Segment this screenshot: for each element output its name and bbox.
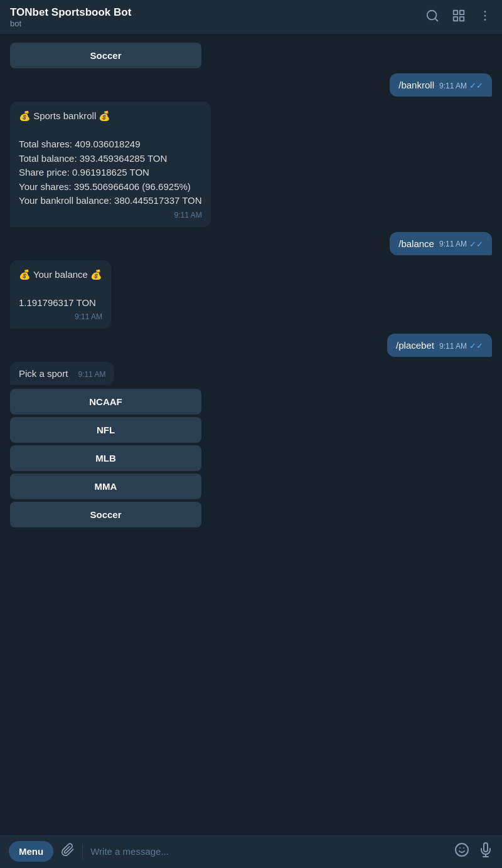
bankroll-response-time: 9:11 AM <box>19 211 202 220</box>
balance-meta: 9:11 AM ✓✓ <box>439 240 483 249</box>
ncaaf-button[interactable]: NCAAF <box>10 389 201 415</box>
pick-sport-bubble: Pick a sport 9:11 AM <box>10 362 114 385</box>
placebet-command-text: /placebet <box>396 340 434 351</box>
svg-point-9 <box>456 844 468 856</box>
balance-response-text: 💰 Your balance 💰 1.191796317 TON <box>19 268 102 310</box>
svg-rect-2 <box>454 11 457 14</box>
double-check-icon: ✓✓ <box>469 81 483 90</box>
search-icon[interactable] <box>425 9 439 26</box>
bot-name: TONbet Sportsbook Bot <box>10 6 131 19</box>
pick-sport-time: 9:11 AM <box>78 370 105 379</box>
soccer-inline-button-group: Soccer <box>10 43 201 68</box>
sport-buttons-group: NCAAF NFL MLB MMA Soccer <box>10 389 201 527</box>
menu-button[interactable]: Menu <box>9 841 53 862</box>
placebet-command-bubble: /placebet 9:11 AM ✓✓ <box>387 334 492 357</box>
chat-header: TONbet Sportsbook Bot bot <box>0 0 502 35</box>
balance-time: 9:11 AM <box>439 240 467 248</box>
bankroll-meta: 9:11 AM ✓✓ <box>439 81 483 90</box>
svg-point-8 <box>484 19 486 21</box>
input-right-icons <box>454 842 493 861</box>
svg-rect-4 <box>454 17 457 21</box>
bankroll-response-bubble: 💰 Sports bankroll 💰 Total shares: 409.03… <box>10 102 211 227</box>
more-icon[interactable] <box>478 9 492 26</box>
soccer-button[interactable]: Soccer <box>10 43 201 68</box>
nfl-button[interactable]: NFL <box>10 417 201 443</box>
placebet-time: 9:11 AM <box>439 342 467 351</box>
header-actions <box>425 9 492 26</box>
bankroll-command-bubble: /bankroll 9:11 AM ✓✓ <box>390 73 492 97</box>
input-bar: Menu <box>0 834 502 868</box>
balance-response-bubble: 💰 Your balance 💰 1.191796317 TON 9:11 AM <box>10 260 111 329</box>
placebet-double-check-icon: ✓✓ <box>469 341 483 351</box>
soccer-sport-button[interactable]: Soccer <box>10 502 201 527</box>
balance-double-check-icon: ✓✓ <box>469 240 483 249</box>
chat-area: Soccer /bankroll 9:11 AM ✓✓ 💰 Sports ban… <box>0 35 502 834</box>
svg-rect-3 <box>460 11 464 14</box>
header-info: TONbet Sportsbook Bot bot <box>10 6 131 28</box>
message-input[interactable] <box>90 846 447 857</box>
attach-icon[interactable] <box>61 843 75 860</box>
mlb-button[interactable]: MLB <box>10 445 201 471</box>
bankroll-response-text: 💰 Sports bankroll 💰 Total shares: 409.03… <box>19 109 202 208</box>
microphone-icon[interactable] <box>478 842 493 861</box>
balance-response-time: 9:11 AM <box>19 312 102 321</box>
svg-point-6 <box>484 11 486 13</box>
svg-rect-5 <box>460 17 464 21</box>
input-divider <box>82 844 83 859</box>
emoji-icon[interactable] <box>454 842 469 861</box>
svg-line-1 <box>435 18 437 21</box>
balance-command-bubble: /balance 9:11 AM ✓✓ <box>390 232 492 255</box>
pick-sport-group: Pick a sport 9:11 AM NCAAF NFL MLB MMA S… <box>10 362 201 527</box>
placebet-meta: 9:11 AM ✓✓ <box>439 341 483 351</box>
mma-button[interactable]: MMA <box>10 474 201 499</box>
layout-icon[interactable] <box>452 9 466 26</box>
svg-point-7 <box>484 15 486 17</box>
bankroll-command-text: /bankroll <box>398 80 434 90</box>
bot-type: bot <box>10 19 131 28</box>
pick-sport-text: Pick a sport <box>19 368 68 379</box>
bankroll-time: 9:11 AM <box>439 82 467 90</box>
balance-command-text: /balance <box>398 238 434 249</box>
